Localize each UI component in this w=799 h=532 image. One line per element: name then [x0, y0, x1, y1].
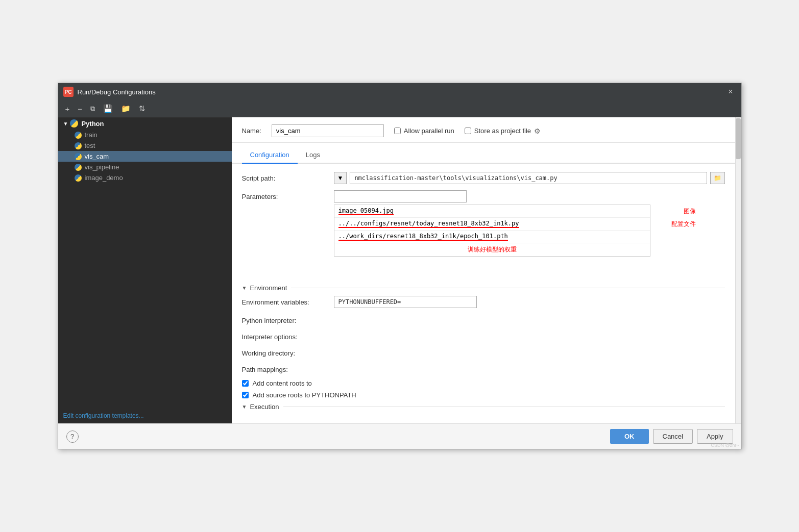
dialog-toolbar: + − ⧉ 💾 📁 ⇅: [58, 100, 741, 117]
store-project-label: Store as project file: [474, 127, 531, 135]
add-source-roots-label: Add source roots to PYTHONPATH: [253, 391, 356, 399]
save-config-button[interactable]: 💾: [100, 103, 116, 115]
sidebar-item-label: vis_pipeline: [85, 163, 119, 171]
python-interpreter-row: Python interpreter:: [242, 314, 725, 324]
ok-button[interactable]: OK: [610, 429, 649, 444]
cn-image-label: 图像: [684, 207, 696, 216]
store-project-group: Store as project file ⚙: [465, 127, 541, 135]
config-tabs: Configuration Logs: [232, 147, 735, 164]
working-directory-label: Working directory:: [242, 347, 334, 357]
folder-config-button[interactable]: 📁: [118, 103, 134, 115]
allow-parallel-label: Allow parallel run: [404, 127, 454, 135]
cancel-button[interactable]: Cancel: [653, 429, 693, 444]
main-content: ▼ Python train test vis_cam: [58, 117, 741, 423]
dialog-title: Run/Debug Configurations: [78, 88, 156, 96]
right-panel-wrapper: Name: Allow parallel run Store as projec…: [232, 117, 741, 423]
parameters-row: Parameters: image_05094.jpg 图像 ../../: [242, 190, 725, 202]
sidebar-python-label: Python: [81, 120, 104, 128]
parameters-input[interactable]: [334, 190, 467, 202]
cn-model-label: 训练好模型的权重: [334, 243, 650, 256]
script-path-label: Script path:: [242, 172, 334, 182]
add-content-roots-label: Add content roots to: [253, 379, 312, 387]
run-icon-image-demo: [75, 174, 82, 182]
dialog-footer: ? OK Cancel Apply: [58, 423, 741, 449]
tab-configuration[interactable]: Configuration: [242, 147, 298, 164]
env-vars-input[interactable]: [334, 296, 477, 308]
env-collapse-arrow-icon[interactable]: ▼: [242, 285, 247, 291]
execution-section-header: ▼ Execution: [242, 403, 725, 411]
sidebar-item-train[interactable]: train: [58, 130, 232, 140]
help-button[interactable]: ?: [66, 430, 79, 443]
name-input[interactable]: [272, 124, 384, 137]
script-path-row: Script path: ▼ 📁: [242, 172, 725, 184]
env-vars-label: Environment variables:: [242, 296, 334, 306]
app-icon: PC: [63, 87, 74, 97]
apply-button[interactable]: Apply: [697, 429, 733, 444]
sidebar-item-vis-pipeline[interactable]: vis_pipeline: [58, 162, 232, 172]
run-icon-vis-cam: [75, 153, 82, 160]
script-path-folder-button[interactable]: 📁: [710, 172, 725, 184]
sidebar-item-test[interactable]: test: [58, 140, 232, 151]
exec-collapse-arrow-icon[interactable]: ▼: [242, 404, 247, 410]
interpreter-options-label: Interpreter options:: [242, 331, 334, 341]
path-mappings-row: Path mappings:: [242, 363, 725, 373]
sort-config-button[interactable]: ⇅: [136, 103, 149, 115]
title-bar: PC Run/Debug Configurations ×: [58, 83, 741, 100]
name-label: Name:: [242, 127, 261, 135]
watermark: CSDN @zhr~: [711, 443, 739, 448]
section-divider: [291, 288, 724, 288]
remove-config-button[interactable]: −: [75, 103, 85, 115]
sidebar-item-vis-cam[interactable]: vis_cam: [58, 151, 232, 162]
interpreter-options-row: Interpreter options:: [242, 331, 725, 341]
add-content-roots-checkbox[interactable]: [242, 380, 249, 387]
environment-section-title: Environment: [250, 284, 287, 292]
sidebar-item-label: train: [85, 131, 98, 139]
copy-config-button[interactable]: ⧉: [87, 103, 98, 114]
config-path-text: ../../configs/resnet/today_resnet18_8xb3…: [338, 220, 519, 228]
script-path-controls: ▼ 📁: [334, 172, 725, 184]
add-config-button[interactable]: +: [62, 103, 73, 115]
model-path-text: ../work_dirs/resnet18_8xb32_in1k/epoch_1…: [338, 233, 508, 241]
config-panel: Script path: ▼ 📁 Parameters:: [232, 164, 735, 423]
cn-config-label: 配置文件: [671, 220, 696, 229]
sidebar-item-label: image_demo: [85, 174, 123, 182]
run-icon-vis-pipeline: [75, 164, 82, 171]
tab-logs[interactable]: Logs: [298, 147, 328, 164]
exec-section-divider: [283, 407, 725, 407]
edit-templates-link[interactable]: Edit configuration templates...: [58, 408, 232, 423]
python-interpreter-label: Python interpreter:: [242, 314, 334, 324]
script-path-dropdown-button[interactable]: ▼: [334, 172, 347, 184]
environment-section-header: ▼ Environment: [242, 284, 725, 292]
run-icon-test: [75, 142, 82, 149]
close-button[interactable]: ×: [725, 86, 736, 97]
footer-left: ?: [66, 430, 79, 443]
sidebar-item-image-demo[interactable]: image_demo: [58, 172, 232, 183]
parameters-popup: image_05094.jpg 图像 ../../configs/resnet/…: [334, 205, 650, 257]
sidebar-item-label: vis_cam: [85, 153, 109, 160]
add-source-roots-checkbox[interactable]: [242, 392, 249, 398]
scrollbar[interactable]: [735, 117, 741, 423]
config-header: Name: Allow parallel run Store as projec…: [232, 117, 735, 143]
allow-parallel-group: Allow parallel run: [394, 127, 454, 135]
script-path-input[interactable]: [350, 172, 707, 184]
collapse-arrow-icon: ▼: [63, 121, 68, 126]
store-project-gear-button[interactable]: ⚙: [534, 127, 541, 135]
run-icon-train: [75, 132, 82, 139]
sidebar-python-group[interactable]: ▼ Python: [58, 117, 232, 130]
scrollbar-thumb[interactable]: [736, 118, 741, 159]
python-icon: [70, 119, 78, 128]
working-directory-row: Working directory:: [242, 347, 725, 357]
footer-right: OK Cancel Apply: [610, 429, 733, 444]
sidebar-item-label: test: [85, 142, 95, 149]
store-project-checkbox[interactable]: [465, 128, 471, 134]
path-mappings-label: Path mappings:: [242, 363, 334, 373]
popup-row-config: ../../configs/resnet/today_resnet18_8xb3…: [334, 218, 650, 231]
sidebar: ▼ Python train test vis_cam: [58, 117, 232, 423]
right-panel: Name: Allow parallel run Store as projec…: [232, 117, 735, 423]
add-source-roots-row: Add source roots to PYTHONPATH: [242, 391, 725, 399]
add-content-roots-row: Add content roots to: [242, 379, 725, 387]
parameters-label: Parameters:: [242, 190, 334, 200]
popup-row-image: image_05094.jpg 图像: [334, 205, 650, 218]
allow-parallel-checkbox[interactable]: [394, 128, 401, 134]
env-vars-row: Environment variables:: [242, 296, 725, 308]
